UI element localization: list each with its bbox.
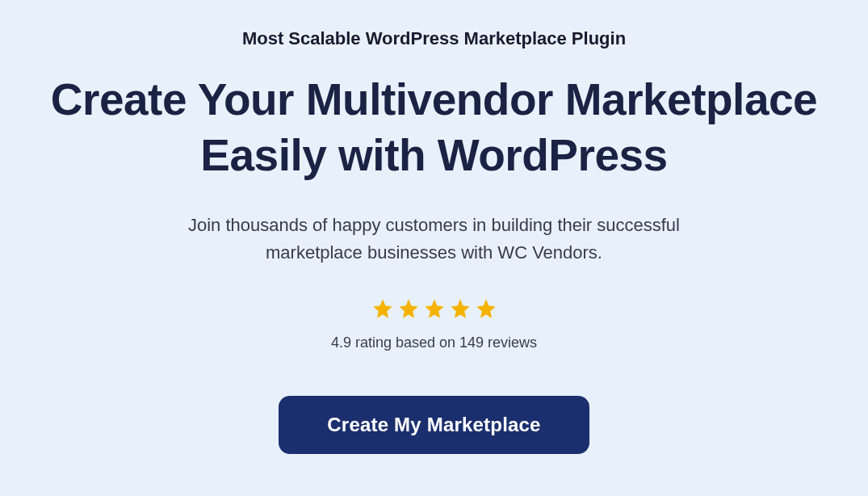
create-marketplace-button[interactable]: Create My Marketplace bbox=[279, 396, 589, 454]
page-headline: Create Your Multivendor Marketplace Easi… bbox=[31, 72, 838, 183]
star-icon bbox=[371, 297, 394, 323]
star-icon bbox=[423, 297, 446, 323]
rating-text: 4.9 rating based on 149 reviews bbox=[331, 334, 537, 351]
star-icon bbox=[449, 297, 472, 323]
eyebrow-text: Most Scalable WordPress Marketplace Plug… bbox=[242, 28, 626, 49]
subheadline-text: Join thousands of happy customers in bui… bbox=[144, 212, 725, 267]
star-rating bbox=[371, 297, 497, 323]
star-icon bbox=[397, 297, 420, 323]
star-icon bbox=[475, 297, 497, 323]
